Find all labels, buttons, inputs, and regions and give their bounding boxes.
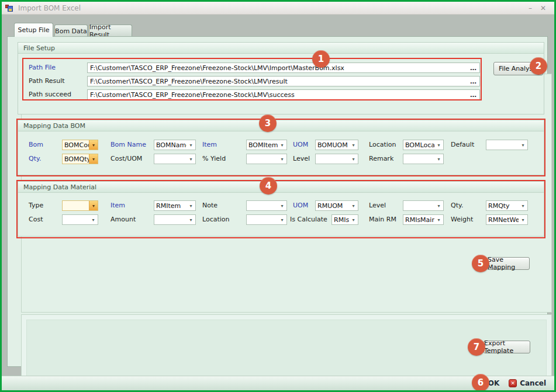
chevron-down-icon[interactable]: ▾ (349, 215, 358, 224)
chevron-down-icon[interactable]: ▾ (434, 140, 443, 150)
callout-4: 4 (260, 177, 277, 195)
cost-label: Cost (29, 216, 43, 223)
chevron-down-icon[interactable]: ▾ (434, 215, 443, 224)
main-rm-combo[interactable]: RMIsMainRI ▾ (403, 214, 444, 225)
ok-label: OK (488, 379, 500, 387)
chevron-down-icon[interactable]: ▾ (89, 140, 98, 150)
chevron-down-icon[interactable]: ▾ (349, 140, 358, 150)
level-combo[interactable]: ▾ (315, 154, 358, 164)
import-bom-excel-window: Import BOM Excel – ✕ Setup File Bom Data… (0, 0, 556, 392)
window-title: Import BOM Excel (18, 4, 81, 12)
path-succeed-value: F:\Customer\TASCO_ERP_Freezone\Freezone-… (88, 91, 468, 99)
combo-value (63, 201, 89, 210)
chevron-down-icon[interactable]: ▾ (187, 215, 195, 224)
combo-value (247, 154, 278, 164)
combo-value: BOMQty (63, 154, 89, 164)
cost-uom-combo[interactable]: ▾ (154, 154, 196, 164)
chevron-down-icon[interactable]: ▾ (349, 201, 358, 210)
chevron-down-icon[interactable]: ▾ (278, 154, 286, 164)
cancel-label: Cancel (520, 379, 546, 387)
combo-value (486, 140, 519, 150)
chevron-down-icon[interactable]: ▾ (434, 201, 443, 210)
combo-value (154, 215, 187, 224)
cancel-x-icon: ✕ (509, 379, 517, 387)
path-result-label: Path Result (29, 77, 65, 85)
save-mapping-button[interactable]: Save Mapping (487, 257, 530, 270)
combo-value: RMIsMainRI (403, 215, 434, 224)
chevron-down-icon[interactable]: ▾ (278, 201, 286, 210)
rm-item-combo[interactable]: RMItem ▾ (154, 200, 196, 211)
default-label: Default (451, 141, 474, 148)
remark-label: Remark (369, 155, 393, 162)
browse-file-button[interactable]: … (468, 64, 479, 72)
bom-location-combo[interactable]: BOMLocation ▾ (403, 140, 444, 150)
bom-code-combo[interactable]: BOMCode ▾ (62, 140, 98, 150)
note-combo[interactable]: ▾ (246, 200, 287, 211)
chevron-down-icon[interactable]: ▾ (89, 154, 98, 164)
combo-value: RMNetWeigl (486, 215, 519, 224)
path-succeed-label: Path succeed (29, 91, 71, 98)
chevron-down-icon[interactable]: ▾ (519, 140, 527, 150)
combo-value: BOMLocation (403, 140, 434, 150)
rm-uom-label: UOM (293, 202, 308, 209)
mapping-bom-groupbox: Mapping Data BOM Bom BOMCode ▾ Bom Name … (18, 120, 544, 175)
callout-5: 5 (472, 255, 489, 272)
minimize-icon[interactable]: – (529, 5, 532, 12)
tab-setup-file[interactable]: Setup File (14, 23, 53, 37)
type-combo[interactable]: ▾ (62, 200, 98, 211)
weight-combo[interactable]: RMNetWeigl ▾ (486, 214, 528, 225)
callout-2: 2 (530, 57, 547, 75)
default-combo[interactable]: ▾ (486, 140, 528, 150)
file-setup-groupbox: File Setup Path File F:\Customer\TASCO_E… (18, 42, 544, 115)
cancel-button[interactable]: ✕ Cancel (509, 379, 546, 387)
path-result-input[interactable]: F:\Customer\TASCO_ERP_Freezone\Freezone-… (87, 76, 480, 86)
chevron-down-icon[interactable]: ▾ (434, 154, 443, 164)
combo-value: RMQty (486, 201, 519, 210)
rm-qty-combo[interactable]: RMQty ▾ (486, 200, 528, 211)
rm-level-combo[interactable]: ▾ (403, 200, 444, 211)
amount-combo[interactable]: ▾ (154, 214, 196, 225)
remark-combo[interactable]: ▾ (403, 154, 444, 164)
yield-combo[interactable]: ▾ (246, 154, 287, 164)
chevron-down-icon[interactable]: ▾ (278, 140, 286, 150)
location-label: Location (369, 141, 396, 148)
is-calculate-label: Is Calculate (290, 216, 327, 223)
item-label: Item (202, 141, 217, 148)
chevron-down-icon[interactable]: ▾ (519, 215, 527, 224)
bom-qty-combo[interactable]: BOMQty ▾ (62, 154, 98, 164)
cost-uom-label: Cost/UOM (110, 155, 142, 162)
chevron-down-icon[interactable]: ▾ (519, 201, 527, 210)
bom-item-combo[interactable]: BOMItem ▾ (246, 140, 287, 150)
rm-uom-combo[interactable]: RMUOM ▾ (315, 200, 358, 211)
chevron-down-icon[interactable]: ▾ (187, 140, 195, 150)
level-label: Level (293, 155, 310, 162)
path-result-value: F:\Customer\TASCO_ERP_Freezone\Freezone-… (88, 78, 468, 85)
export-template-button[interactable]: Export Template (484, 341, 530, 353)
mapping-bom-title: Mapping Data BOM (18, 120, 544, 131)
uom-label: UOM (293, 141, 308, 148)
bom-uom-combo[interactable]: BOMUOM ▾ (315, 140, 358, 150)
chevron-down-icon[interactable]: ▾ (349, 154, 358, 164)
browse-succeed-button[interactable]: … (468, 91, 479, 99)
path-file-input[interactable]: F:\Customer\TASCO_ERP_Freezone\Freezone-… (87, 63, 480, 73)
close-icon[interactable]: ✕ (540, 5, 546, 12)
bom-name-combo[interactable]: BOMName ▾ (154, 140, 196, 150)
chevron-down-icon[interactable]: ▾ (278, 215, 286, 224)
rm-qty-label: Qty. (451, 202, 463, 209)
note-label: Note (202, 202, 217, 209)
chevron-down-icon[interactable]: ▾ (187, 154, 195, 164)
chevron-down-icon[interactable]: ▾ (89, 201, 98, 210)
tab-bom-data[interactable]: Bom Data (54, 25, 88, 37)
path-succeed-input[interactable]: F:\Customer\TASCO_ERP_Freezone\Freezone-… (87, 89, 480, 100)
mapping-material-title: Mapping Data Material (18, 182, 544, 193)
bom-label: Bom (29, 141, 43, 148)
chevron-down-icon[interactable]: ▾ (89, 215, 98, 224)
browse-result-button[interactable]: … (468, 78, 479, 85)
tab-import-result[interactable]: Import Result (89, 25, 132, 37)
is-calculate-combo[interactable]: RMIsCalcuLa ▾ (331, 214, 358, 225)
chevron-down-icon[interactable]: ▾ (187, 201, 195, 210)
rm-item-label: Item (110, 202, 125, 209)
rm-location-combo[interactable]: ▾ (246, 214, 287, 225)
path-file-label: Path File (29, 64, 56, 71)
rm-cost-combo[interactable]: ▾ (62, 214, 98, 225)
